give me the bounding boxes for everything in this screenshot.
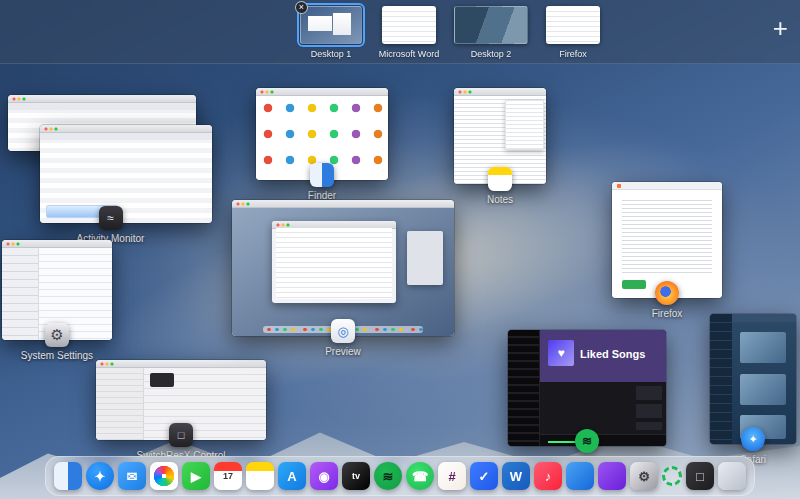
window-label: Notes: [487, 194, 513, 205]
space-firefox[interactable]: Firefox: [546, 6, 600, 59]
safari-dock-icon[interactable]: ✦: [86, 462, 114, 490]
app-store-dock-icon[interactable]: A: [278, 462, 306, 490]
space-label-desktop-1: Desktop 1: [311, 49, 352, 59]
window-group-firefox: Firefox: [612, 182, 722, 319]
safari-tab-tile: [740, 332, 786, 363]
facetime-dock-icon[interactable]: ▶: [182, 462, 210, 490]
firefox-page-text: [622, 197, 712, 274]
system-settings-dock-icon[interactable]: ⚙: [630, 462, 658, 490]
preview-app-badge-icon: ◎: [331, 319, 355, 343]
switchresx-form: [144, 368, 266, 440]
space-thumbnail-firefox[interactable]: [546, 6, 600, 44]
notes-app-badge-icon: [488, 167, 512, 191]
calendar-dock-icon[interactable]: 17: [214, 462, 242, 490]
display-preview-rect: [150, 373, 174, 387]
switchresx-dock-icon[interactable]: □: [686, 462, 714, 490]
window-label: Preview: [325, 346, 361, 357]
window-group-system-settings: ⚙ System Settings: [2, 240, 112, 361]
close-space-button[interactable]: ×: [295, 1, 308, 14]
system-settings-app-badge-icon: ⚙: [45, 323, 69, 347]
space-desktop-1[interactable]: × Desktop 1: [300, 6, 362, 59]
window-titlebar: [2, 240, 112, 248]
spotify-sidebar: [508, 330, 540, 446]
preview-window-thumbnail[interactable]: [232, 200, 454, 336]
window-titlebar: [96, 360, 266, 368]
window-titlebar: [8, 95, 196, 103]
liked-songs-title: Liked Songs: [580, 348, 645, 360]
liked-songs-artwork: ♥: [548, 340, 574, 366]
trash-dock-icon[interactable]: [718, 462, 746, 490]
activity-monitor-thumbnails: [8, 95, 213, 223]
space-label-firefox: Firefox: [559, 49, 587, 59]
notes-second-sheet: [505, 100, 544, 150]
screenshot-inner-text: [276, 228, 392, 299]
window-titlebar: [232, 200, 454, 208]
spaces-bar: × Desktop 1 Microsoft Word Desktop 2 Fir…: [0, 0, 800, 64]
firefox-toolbar: [612, 182, 722, 190]
safari-sidebar: [710, 314, 732, 444]
space-desktop-2[interactable]: Desktop 2: [454, 6, 528, 59]
preview-image-content: [232, 208, 454, 336]
music-dock-icon[interactable]: ♪: [534, 462, 562, 490]
window-label: System Settings: [21, 350, 93, 361]
purple-app-dock-icon[interactable]: [598, 462, 626, 490]
space-microsoft-word[interactable]: Microsoft Word: [382, 6, 436, 59]
word-dock-icon[interactable]: W: [502, 462, 530, 490]
system-settings-sidebar: [2, 248, 39, 340]
window-label: Firefox: [652, 308, 683, 319]
activity-monitor-window-2-thumbnail[interactable]: [40, 125, 212, 223]
space-thumbnail-desktop-2[interactable]: [454, 6, 528, 44]
space-label-microsoft-word: Microsoft Word: [379, 49, 439, 59]
safari-content: [732, 314, 796, 444]
window-group-activity-monitor: ≈ Activity Monitor: [8, 95, 213, 244]
window-group-safari: ✦ Safari: [710, 314, 796, 465]
spotify-app-badge-icon: ≋: [575, 429, 599, 453]
screenshot-side-panel: [407, 231, 443, 285]
window-group-notes: Notes: [454, 88, 546, 205]
spotify-main-view: ♥ Liked Songs: [540, 330, 666, 446]
blue-app-dock-icon[interactable]: [566, 462, 594, 490]
spotify-player-bar: [540, 434, 666, 446]
finder-dock-icon[interactable]: [54, 462, 82, 490]
safari-tab-tile: [740, 374, 786, 405]
activity-monitor-app-badge-icon: ≈: [99, 206, 123, 230]
safari-app-badge-icon: ✦: [741, 427, 765, 451]
window-group-spotify: ♥ Liked Songs ≋ Spotify: [508, 330, 666, 467]
finder-app-badge-icon: [310, 163, 334, 187]
tv-dock-icon[interactable]: tv: [342, 462, 370, 490]
window-group-switchresx: □ SwitchResX Control: [96, 360, 266, 461]
space-thumbnail-desktop-1[interactable]: ×: [300, 6, 362, 44]
space-thumbnail-microsoft-word[interactable]: [382, 6, 436, 44]
switchresx-app-badge-icon: □: [169, 423, 193, 447]
window-titlebar: [454, 88, 546, 96]
things-dock-icon[interactable]: ✓: [470, 462, 498, 490]
firefox-green-button: [622, 280, 646, 289]
dock: ✦✉▶17A◉tv≋☎#✓W♪⚙□: [45, 456, 755, 496]
download-progress-dock-icon[interactable]: [662, 466, 682, 486]
add-space-button[interactable]: +: [773, 13, 788, 44]
window-group-preview: ◎ Preview: [232, 200, 454, 357]
window-titlebar: [40, 125, 212, 133]
switchresx-sidebar: [96, 368, 144, 440]
space-label-desktop-2: Desktop 2: [471, 49, 512, 59]
spotify-track-list: [636, 386, 662, 430]
slack-dock-icon[interactable]: #: [438, 462, 466, 490]
podcasts-dock-icon[interactable]: ◉: [310, 462, 338, 490]
window-titlebar: [256, 88, 388, 96]
firefox-app-badge-icon: [655, 281, 679, 305]
photos-dock-icon[interactable]: [150, 462, 178, 490]
safari-window-thumbnail[interactable]: [710, 314, 796, 444]
safari-toolbar: [732, 314, 796, 322]
notes-dock-icon[interactable]: [246, 462, 274, 490]
whatsapp-dock-icon[interactable]: ☎: [406, 462, 434, 490]
mail-dock-icon[interactable]: ✉: [118, 462, 146, 490]
screenshot-inner-window: [272, 221, 396, 303]
spotify-dock-icon[interactable]: ≋: [374, 462, 402, 490]
window-group-finder: Finder: [256, 88, 388, 201]
